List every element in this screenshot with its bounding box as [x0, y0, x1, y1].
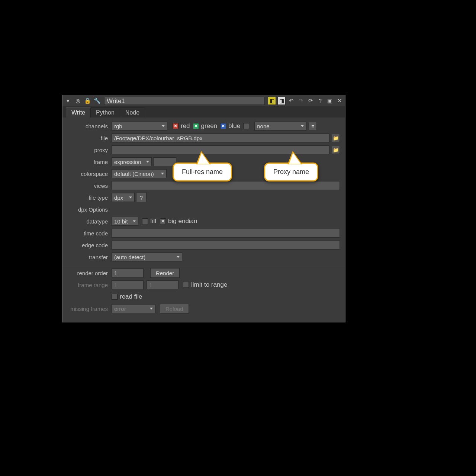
- lock-icon[interactable]: 🔒: [83, 97, 91, 105]
- views-input[interactable]: [112, 181, 340, 190]
- label-render-order: render order: [68, 270, 112, 276]
- label-frame-range: frame range: [68, 282, 112, 288]
- divider: [62, 265, 345, 265]
- tab-write[interactable]: Write: [66, 107, 91, 118]
- big-endian-checkbox[interactable]: [160, 218, 166, 224]
- label-blue: blue: [228, 122, 240, 130]
- render-button[interactable]: Render: [150, 268, 180, 278]
- label-frame: frame: [68, 159, 112, 165]
- channel-green-checkbox[interactable]: [193, 123, 199, 129]
- limit-to-range-checkbox[interactable]: [183, 282, 189, 288]
- label-dpx-options: dpx Options: [68, 206, 112, 213]
- disclosure-triangle-icon[interactable]: ▾: [64, 97, 72, 105]
- redo-icon[interactable]: ↷: [297, 97, 305, 105]
- tab-python[interactable]: Python: [91, 107, 120, 118]
- reload-button[interactable]: Reload: [160, 304, 189, 313]
- undo-icon[interactable]: ↶: [287, 97, 295, 105]
- label-edge-code: edge code: [68, 242, 112, 248]
- label-big-endian: big endian: [168, 218, 197, 225]
- label-fill: fill: [150, 218, 156, 225]
- frame-range-end-input[interactable]: [147, 280, 178, 289]
- time-code-input[interactable]: [112, 229, 340, 238]
- write-node-panel: ▾ ◎ 🔒 🔧 Write1 ◧ ◨ ↶ ↷ ⟳ ? ▣ ✕ Write Pyt…: [62, 95, 345, 322]
- render-order-input[interactable]: [112, 268, 144, 277]
- label-file-type: file type: [68, 194, 112, 201]
- label-file: file: [68, 135, 112, 141]
- missing-frames-select[interactable]: error: [112, 304, 155, 313]
- callout-tail-icon: [196, 151, 211, 164]
- edge-code-input[interactable]: [112, 241, 340, 250]
- dock-icon[interactable]: ▣: [326, 97, 334, 105]
- callout-proxy-text: Proxy name: [273, 168, 309, 176]
- callout-fullres-text: Full-res name: [182, 168, 223, 176]
- file-type-help-button[interactable]: ?: [136, 193, 147, 202]
- label-transfer: transfer: [68, 254, 112, 260]
- node-name-field[interactable]: Write1: [104, 97, 265, 105]
- label-missing-frames: missing frames: [68, 306, 112, 312]
- target-icon[interactable]: ◎: [74, 97, 82, 105]
- label-red: red: [181, 122, 190, 130]
- label-colorspace: colorspace: [68, 171, 112, 177]
- channels-select[interactable]: rgb: [112, 122, 167, 131]
- fill-checkbox[interactable]: [142, 218, 148, 224]
- channel-blue-checkbox[interactable]: [220, 123, 226, 129]
- indicator-b-icon[interactable]: ◨: [277, 97, 286, 105]
- tab-node[interactable]: Node: [120, 107, 145, 118]
- file-type-select[interactable]: dpx: [112, 193, 135, 202]
- label-read-file: read file: [120, 293, 142, 300]
- file-input[interactable]: [112, 134, 329, 142]
- revert-icon[interactable]: ⟳: [306, 97, 315, 105]
- frame-select[interactable]: expression: [112, 157, 152, 166]
- label-channels: channels: [68, 123, 112, 129]
- label-time-code: time code: [68, 230, 112, 237]
- file-browse-icon[interactable]: 📁: [332, 134, 340, 142]
- titlebar: ▾ ◎ 🔒 🔧 Write1 ◧ ◨ ↶ ↷ ⟳ ? ▣ ✕: [62, 95, 345, 106]
- label-datatype: datatype: [68, 218, 112, 225]
- transfer-select[interactable]: (auto detect): [112, 253, 182, 261]
- label-views: views: [68, 183, 112, 189]
- datatype-select[interactable]: 10 bit: [112, 217, 138, 226]
- wrench-icon[interactable]: 🔧: [93, 97, 101, 105]
- read-file-checkbox[interactable]: [112, 294, 118, 300]
- label-proxy: proxy: [68, 147, 112, 153]
- label-limit-to-range: limit to range: [191, 281, 227, 289]
- colorspace-select[interactable]: default (Cineon): [112, 169, 167, 178]
- channel-red-checkbox[interactable]: [173, 123, 178, 129]
- frame-range-start-input[interactable]: [112, 280, 144, 289]
- channels-menu-icon[interactable]: ≡: [309, 122, 317, 130]
- channel-extra-select[interactable]: none: [254, 122, 306, 131]
- callout-proxy: Proxy name: [264, 163, 318, 181]
- close-icon[interactable]: ✕: [335, 97, 344, 105]
- proxy-browse-icon[interactable]: 📁: [332, 146, 340, 154]
- callout-tail-icon: [287, 151, 302, 164]
- callout-fullres: Full-res name: [173, 163, 232, 181]
- help-icon[interactable]: ?: [316, 97, 324, 105]
- indicator-a-icon[interactable]: ◧: [268, 97, 276, 105]
- content-area: channels rgb red green blue none ≡ file …: [62, 118, 345, 319]
- label-green: green: [201, 122, 217, 130]
- tab-bar: Write Python Node: [62, 106, 345, 118]
- channel-extra-checkbox[interactable]: [243, 123, 249, 129]
